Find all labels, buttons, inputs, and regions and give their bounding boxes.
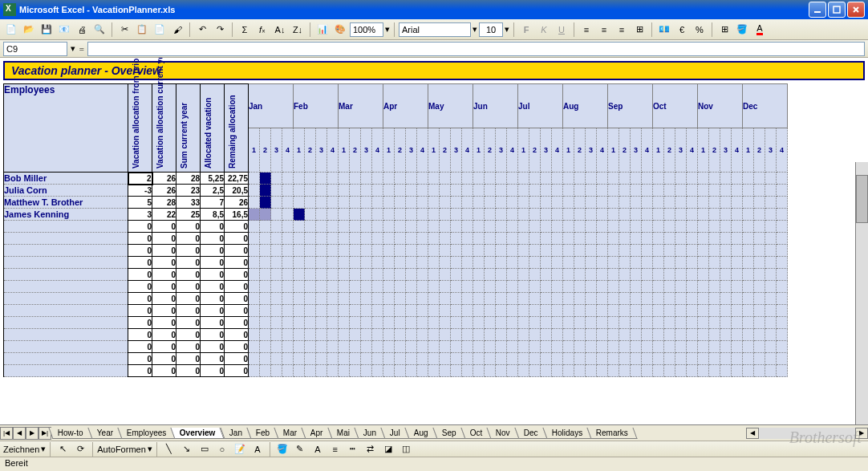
calendar-cell[interactable] <box>687 293 698 305</box>
scrollbar-thumb[interactable] <box>856 175 868 223</box>
sort-desc-button[interactable]: Z↓ <box>290 22 306 38</box>
tab-next-button[interactable]: ▶ <box>26 427 39 440</box>
calendar-cell[interactable] <box>294 233 305 245</box>
employee-name[interactable] <box>4 233 128 245</box>
calendar-cell[interactable] <box>754 365 765 377</box>
calendar-cell[interactable] <box>350 329 361 341</box>
calendar-cell[interactable] <box>361 281 372 293</box>
calendar-cell[interactable] <box>428 293 440 305</box>
calendar-cell[interactable] <box>709 257 720 269</box>
calendar-cell[interactable] <box>249 317 260 329</box>
calendar-cell[interactable] <box>754 293 765 305</box>
calendar-cell[interactable] <box>687 281 698 293</box>
value-cell[interactable]: 7 <box>201 197 225 209</box>
calendar-cell[interactable] <box>653 305 664 317</box>
value-cell[interactable]: 0 <box>128 233 152 245</box>
calendar-cell[interactable] <box>642 269 653 281</box>
line-color-button[interactable]: ✎ <box>292 441 308 457</box>
calendar-cell[interactable] <box>709 341 720 353</box>
calendar-cell[interactable] <box>541 305 552 317</box>
employee-name[interactable] <box>4 353 128 365</box>
calendar-cell[interactable] <box>754 221 765 233</box>
calendar-cell[interactable] <box>260 353 271 365</box>
calendar-cell[interactable] <box>507 257 518 269</box>
calendar-cell[interactable] <box>642 233 653 245</box>
calendar-cell[interactable] <box>529 197 541 209</box>
calendar-cell[interactable] <box>777 209 788 221</box>
tab-prev-button[interactable]: ◀ <box>13 427 26 440</box>
calendar-cell[interactable] <box>586 365 597 377</box>
calendar-cell[interactable] <box>361 209 372 221</box>
calendar-cell[interactable] <box>395 353 406 365</box>
calendar-cell[interactable] <box>743 353 754 365</box>
calendar-cell[interactable] <box>282 197 294 209</box>
calendar-cell[interactable] <box>552 173 563 185</box>
calendar-cell[interactable] <box>664 173 675 185</box>
italic-button[interactable]: K <box>536 22 552 38</box>
calendar-cell[interactable] <box>709 365 720 377</box>
calendar-cell[interactable] <box>732 365 743 377</box>
spreadsheet-area[interactable]: Vacation planner - Overview EmployeesVac… <box>0 58 868 424</box>
calendar-cell[interactable] <box>361 341 372 353</box>
calendar-cell[interactable] <box>383 257 395 269</box>
calendar-cell[interactable] <box>406 293 417 305</box>
calendar-cell[interactable] <box>473 197 485 209</box>
calendar-cell[interactable] <box>507 293 518 305</box>
calendar-cell[interactable] <box>642 245 653 257</box>
calendar-cell[interactable] <box>372 209 383 221</box>
calendar-cell[interactable] <box>541 173 552 185</box>
function-button[interactable]: fₓ <box>254 22 270 38</box>
print-preview-button[interactable]: 🔍 <box>91 22 107 38</box>
calendar-cell[interactable] <box>383 365 395 377</box>
calendar-cell[interactable] <box>316 281 327 293</box>
calendar-cell[interactable] <box>529 233 541 245</box>
save-button[interactable]: 💾 <box>39 22 55 38</box>
value-cell[interactable]: 0 <box>176 245 201 257</box>
calendar-cell[interactable] <box>698 233 709 245</box>
calendar-cell[interactable] <box>282 305 294 317</box>
calendar-cell[interactable] <box>507 341 518 353</box>
value-cell[interactable]: 0 <box>176 341 201 353</box>
calendar-cell[interactable] <box>529 245 541 257</box>
calendar-cell[interactable] <box>294 341 305 353</box>
calendar-cell[interactable] <box>473 281 485 293</box>
calendar-cell[interactable] <box>282 365 294 377</box>
calendar-cell[interactable] <box>440 245 451 257</box>
calendar-cell[interactable] <box>675 269 687 281</box>
calendar-cell[interactable] <box>608 269 619 281</box>
calendar-cell[interactable] <box>687 233 698 245</box>
calendar-cell[interactable] <box>339 305 350 317</box>
calendar-cell[interactable] <box>664 233 675 245</box>
calendar-cell[interactable] <box>271 341 282 353</box>
calendar-cell[interactable] <box>485 197 496 209</box>
calendar-cell[interactable] <box>327 221 339 233</box>
value-cell[interactable]: 0 <box>152 341 176 353</box>
calendar-cell[interactable] <box>496 281 507 293</box>
calendar-cell[interactable] <box>451 245 462 257</box>
calendar-cell[interactable] <box>743 269 754 281</box>
calendar-cell[interactable] <box>541 317 552 329</box>
calendar-cell[interactable] <box>485 293 496 305</box>
calendar-cell[interactable] <box>563 173 574 185</box>
calendar-cell[interactable] <box>496 185 507 197</box>
calendar-cell[interactable] <box>485 329 496 341</box>
calendar-cell[interactable] <box>687 173 698 185</box>
calendar-cell[interactable] <box>687 185 698 197</box>
calendar-cell[interactable] <box>541 221 552 233</box>
calendar-cell[interactable] <box>350 245 361 257</box>
calendar-cell[interactable] <box>395 233 406 245</box>
calendar-cell[interactable] <box>574 221 586 233</box>
calendar-cell[interactable] <box>631 365 642 377</box>
calendar-cell[interactable] <box>451 305 462 317</box>
autosum-button[interactable]: Σ <box>237 22 253 38</box>
calendar-cell[interactable] <box>440 341 451 353</box>
calendar-cell[interactable] <box>653 317 664 329</box>
calendar-cell[interactable] <box>395 197 406 209</box>
value-cell[interactable]: 0 <box>152 353 176 365</box>
calendar-cell[interactable] <box>406 341 417 353</box>
calendar-cell[interactable] <box>698 281 709 293</box>
value-cell[interactable]: 0 <box>128 353 152 365</box>
calendar-cell[interactable] <box>574 317 586 329</box>
calendar-cell[interactable] <box>260 257 271 269</box>
calendar-cell[interactable] <box>249 221 260 233</box>
